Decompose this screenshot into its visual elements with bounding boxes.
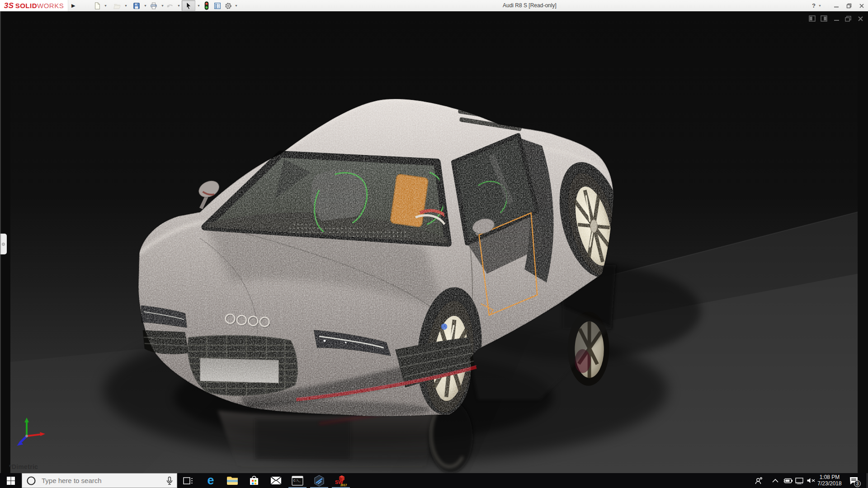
windows-taskbar: e C:\_ [0,473,868,488]
expand-panel-icon [2,243,5,246]
view-orientation-label: *Dimetric [9,463,38,470]
select-cursor-icon [185,2,192,9]
new-document-button[interactable] [92,1,102,10]
doc-restore-button[interactable] [843,14,853,23]
window-title: Audi R8 S [Read-only] [503,0,557,11]
task-view-button[interactable] [177,473,199,488]
traffic-light-icon [203,1,210,10]
notification-badge: 3 [854,480,861,487]
restore-button[interactable] [844,1,854,10]
options-gear-icon [224,2,232,10]
new-document-dropdown[interactable]: ▼ [104,4,108,8]
display-pane-icon [213,2,222,10]
file-explorer-icon [226,476,238,486]
people-icon [755,477,763,485]
undo-button[interactable] [165,1,175,10]
graphics-viewport[interactable]: *Dimetric [0,11,868,473]
tray-date: 7/23/2018 [815,480,844,487]
microphone-icon[interactable] [166,476,173,485]
taskbar-app-composer[interactable] [308,473,330,488]
doc-minimize-button[interactable] [831,14,841,23]
print-dropdown[interactable]: ▼ [161,4,165,8]
doc-new-window-button[interactable] [807,14,817,23]
mail-icon [270,476,282,485]
search-input[interactable] [41,476,156,485]
solidworks-2017-icon: SW 2017 [335,475,347,487]
taskbar-app-store[interactable] [243,473,265,488]
tray-chevron-button[interactable] [769,473,782,488]
show-desktop-button[interactable] [867,473,868,488]
select-tool-button[interactable] [182,0,195,11]
options-dropdown[interactable]: ▼ [235,4,238,8]
solidworks-logo-bold: SOLID [15,2,37,9]
command-prompt-icon: C:\_ [292,476,303,486]
taskbar-app-file-explorer[interactable] [222,473,243,488]
select-dropdown[interactable]: ▼ [197,4,201,8]
chevron-up-icon [772,479,778,483]
help-dropdown[interactable]: ▼ [818,4,822,8]
tray-clock[interactable]: 1:08 PM 7/23/2018 [815,474,844,487]
menu-flyout-arrow-icon[interactable]: ▶ [71,2,78,9]
battery-icon [783,478,793,483]
open-icon [113,2,121,10]
panel-splitter[interactable] [0,11,1,473]
cortana-icon [26,476,36,486]
undo-dropdown[interactable]: ▼ [177,4,181,8]
solidworks-logo-light: WORKS [37,2,64,9]
feature-manager-collapsed-tab[interactable] [0,234,7,254]
open-dropdown[interactable]: ▼ [124,4,128,8]
doc-split-pane-button[interactable] [819,14,829,23]
print-button[interactable] [149,1,159,10]
edge-icon: e [207,474,214,487]
close-button[interactable] [856,1,867,10]
doc-close-button[interactable] [855,14,865,23]
open-button[interactable] [112,1,122,10]
task-view-icon [183,477,193,485]
taskbar-app-command-prompt[interactable]: C:\_ [287,473,308,488]
taskbar-app-edge[interactable]: e [200,473,222,488]
options-button[interactable] [223,1,233,10]
store-icon [249,475,259,486]
titlebar: 3SSOLIDWORKS ▶ ▼ ▼ ▼ ▼ ▼ ▼ ▼ Audi R8 S [… [0,0,868,12]
tray-time: 1:08 PM [815,474,844,480]
3d-scene [0,11,868,473]
help-button[interactable]: ? [808,1,819,10]
svg-text:2017: 2017 [340,483,347,487]
svg-text:C:\_: C:\_ [293,479,301,483]
save-dropdown[interactable]: ▼ [144,4,147,8]
solidworks-logo: 3SSOLIDWORKS [0,0,68,11]
display-pane-button[interactable] [212,1,222,10]
composer-hexagon-icon [314,475,325,487]
minimize-button[interactable] [831,1,842,10]
taskbar-search[interactable] [22,473,177,488]
print-icon [150,2,158,10]
network-icon [795,477,804,484]
taskbar-app-solidworks[interactable]: SW 2017 [330,473,352,488]
volume-muted-icon [807,477,816,484]
tray-people-button[interactable] [751,473,766,488]
taskbar-app-mail[interactable] [265,473,287,488]
save-button[interactable] [132,1,142,10]
windows-logo-icon [6,476,15,485]
save-icon [132,2,141,10]
rebuild-button[interactable] [202,1,212,10]
solidworks-logo-mark: 3S [4,1,14,10]
start-button[interactable] [0,473,22,488]
new-document-icon [93,2,101,10]
undo-icon [166,2,174,10]
